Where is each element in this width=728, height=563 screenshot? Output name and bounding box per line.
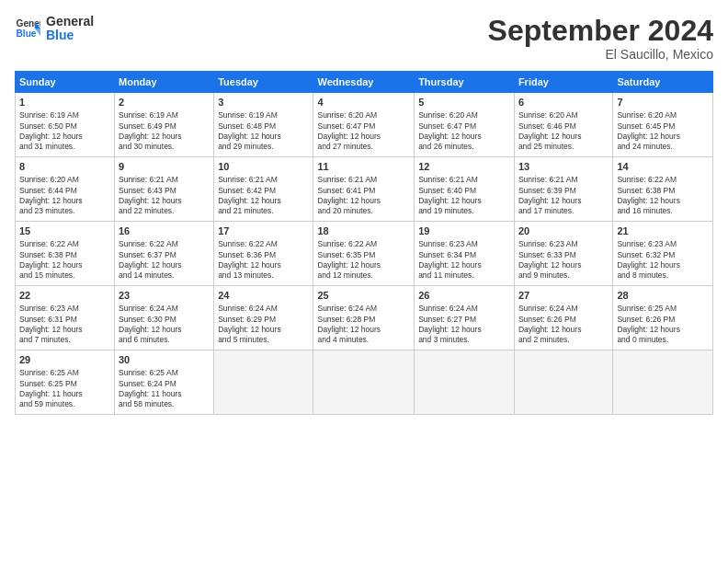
col-friday: Friday xyxy=(514,72,612,93)
day-detail: Sunrise: 6:21 AM Sunset: 6:43 PM Dayligh… xyxy=(119,175,210,217)
calendar-subtitle: El Saucillo, Mexico xyxy=(488,47,713,62)
day-number: 9 xyxy=(119,160,210,174)
calendar-cell: 27Sunrise: 6:24 AM Sunset: 6:26 PM Dayli… xyxy=(514,286,612,350)
day-number: 22 xyxy=(19,289,110,303)
day-detail: Sunrise: 6:25 AM Sunset: 6:24 PM Dayligh… xyxy=(119,368,210,410)
calendar-cell: 2Sunrise: 6:19 AM Sunset: 6:49 PM Daylig… xyxy=(115,93,214,157)
day-number: 26 xyxy=(418,289,510,303)
calendar-cell: 26Sunrise: 6:24 AM Sunset: 6:27 PM Dayli… xyxy=(415,286,515,350)
svg-text:Blue: Blue xyxy=(17,29,37,40)
calendar-cell: 7Sunrise: 6:20 AM Sunset: 6:45 PM Daylig… xyxy=(613,93,713,157)
calendar-cell: 14Sunrise: 6:22 AM Sunset: 6:38 PM Dayli… xyxy=(613,157,713,222)
day-number: 4 xyxy=(317,96,410,109)
calendar-cell: 3Sunrise: 6:19 AM Sunset: 6:48 PM Daylig… xyxy=(214,93,313,157)
calendar-cell xyxy=(313,350,415,415)
day-detail: Sunrise: 6:20 AM Sunset: 6:44 PM Dayligh… xyxy=(19,175,110,217)
day-detail: Sunrise: 6:22 AM Sunset: 6:35 PM Dayligh… xyxy=(317,239,410,282)
day-number: 27 xyxy=(518,289,609,303)
day-detail: Sunrise: 6:25 AM Sunset: 6:25 PM Dayligh… xyxy=(19,368,110,410)
day-number: 15 xyxy=(19,224,110,238)
day-detail: Sunrise: 6:21 AM Sunset: 6:39 PM Dayligh… xyxy=(518,175,609,217)
day-number: 29 xyxy=(19,353,110,367)
calendar-cell: 10Sunrise: 6:21 AM Sunset: 6:42 PM Dayli… xyxy=(214,157,313,222)
day-detail: Sunrise: 6:24 AM Sunset: 6:30 PM Dayligh… xyxy=(119,304,210,346)
day-detail: Sunrise: 6:22 AM Sunset: 6:38 PM Dayligh… xyxy=(19,239,110,282)
col-monday: Monday xyxy=(115,72,214,93)
day-detail: Sunrise: 6:21 AM Sunset: 6:42 PM Dayligh… xyxy=(218,175,309,217)
calendar-cell: 17Sunrise: 6:22 AM Sunset: 6:36 PM Dayli… xyxy=(214,222,313,286)
day-detail: Sunrise: 6:20 AM Sunset: 6:46 PM Dayligh… xyxy=(518,110,609,153)
calendar-cell: 22Sunrise: 6:23 AM Sunset: 6:31 PM Dayli… xyxy=(16,286,115,350)
calendar-cell: 25Sunrise: 6:24 AM Sunset: 6:28 PM Dayli… xyxy=(313,286,415,350)
day-number: 14 xyxy=(617,160,709,174)
day-detail: Sunrise: 6:23 AM Sunset: 6:33 PM Dayligh… xyxy=(518,239,609,282)
calendar-cell: 12Sunrise: 6:21 AM Sunset: 6:40 PM Dayli… xyxy=(415,157,515,222)
calendar-cell: 5Sunrise: 6:20 AM Sunset: 6:47 PM Daylig… xyxy=(415,93,515,157)
day-number: 24 xyxy=(218,289,309,303)
calendar-cell: 15Sunrise: 6:22 AM Sunset: 6:38 PM Dayli… xyxy=(16,222,115,286)
day-detail: Sunrise: 6:21 AM Sunset: 6:41 PM Dayligh… xyxy=(317,175,410,217)
calendar-cell: 4Sunrise: 6:20 AM Sunset: 6:47 PM Daylig… xyxy=(313,93,415,157)
calendar-page: General Blue General Blue September 2024… xyxy=(0,0,728,563)
calendar-cell: 21Sunrise: 6:23 AM Sunset: 6:32 PM Dayli… xyxy=(613,222,713,286)
day-number: 2 xyxy=(119,96,210,109)
day-detail: Sunrise: 6:22 AM Sunset: 6:36 PM Dayligh… xyxy=(218,239,309,282)
logo-icon: General Blue xyxy=(15,16,40,41)
calendar-cell: 13Sunrise: 6:21 AM Sunset: 6:39 PM Dayli… xyxy=(514,157,612,222)
day-detail: Sunrise: 6:24 AM Sunset: 6:27 PM Dayligh… xyxy=(418,304,510,346)
day-number: 18 xyxy=(317,224,410,238)
calendar-cell: 11Sunrise: 6:21 AM Sunset: 6:41 PM Dayli… xyxy=(313,157,415,222)
day-number: 17 xyxy=(218,224,309,238)
calendar-cell: 28Sunrise: 6:25 AM Sunset: 6:26 PM Dayli… xyxy=(613,286,713,350)
calendar-row-2: 8Sunrise: 6:20 AM Sunset: 6:44 PM Daylig… xyxy=(16,157,713,222)
day-detail: Sunrise: 6:19 AM Sunset: 6:49 PM Dayligh… xyxy=(119,110,210,153)
day-detail: Sunrise: 6:21 AM Sunset: 6:40 PM Dayligh… xyxy=(418,175,510,217)
col-sunday: Sunday xyxy=(16,72,115,93)
day-number: 6 xyxy=(518,96,609,109)
logo: General Blue General Blue xyxy=(15,15,94,43)
day-number: 20 xyxy=(518,224,609,238)
day-number: 25 xyxy=(317,289,410,303)
day-detail: Sunrise: 6:20 AM Sunset: 6:47 PM Dayligh… xyxy=(418,110,510,153)
calendar-cell: 18Sunrise: 6:22 AM Sunset: 6:35 PM Dayli… xyxy=(313,222,415,286)
calendar-table: Sunday Monday Tuesday Wednesday Thursday… xyxy=(15,71,713,415)
day-detail: Sunrise: 6:25 AM Sunset: 6:26 PM Dayligh… xyxy=(617,304,709,346)
day-number: 13 xyxy=(518,160,609,174)
calendar-row-5: 29Sunrise: 6:25 AM Sunset: 6:25 PM Dayli… xyxy=(16,350,713,415)
col-thursday: Thursday xyxy=(415,72,515,93)
day-detail: Sunrise: 6:23 AM Sunset: 6:31 PM Dayligh… xyxy=(19,304,110,346)
day-detail: Sunrise: 6:24 AM Sunset: 6:29 PM Dayligh… xyxy=(218,304,309,346)
calendar-row-3: 15Sunrise: 6:22 AM Sunset: 6:38 PM Dayli… xyxy=(16,222,713,286)
logo-line2: Blue xyxy=(46,29,94,42)
calendar-row-4: 22Sunrise: 6:23 AM Sunset: 6:31 PM Dayli… xyxy=(16,286,713,350)
calendar-cell: 8Sunrise: 6:20 AM Sunset: 6:44 PM Daylig… xyxy=(16,157,115,222)
day-detail: Sunrise: 6:20 AM Sunset: 6:45 PM Dayligh… xyxy=(617,110,709,153)
day-number: 8 xyxy=(19,160,110,174)
calendar-cell: 1Sunrise: 6:19 AM Sunset: 6:50 PM Daylig… xyxy=(16,93,115,157)
day-number: 10 xyxy=(218,160,309,174)
day-number: 23 xyxy=(119,289,210,303)
col-saturday: Saturday xyxy=(613,72,713,93)
day-detail: Sunrise: 6:24 AM Sunset: 6:26 PM Dayligh… xyxy=(518,304,609,346)
logo-line1: General xyxy=(46,15,94,29)
header-row: Sunday Monday Tuesday Wednesday Thursday… xyxy=(16,72,713,93)
day-detail: Sunrise: 6:24 AM Sunset: 6:28 PM Dayligh… xyxy=(317,304,410,346)
col-tuesday: Tuesday xyxy=(214,72,313,93)
col-wednesday: Wednesday xyxy=(313,72,415,93)
day-number: 30 xyxy=(119,353,210,367)
title-block: September 2024 El Saucillo, Mexico xyxy=(488,15,713,62)
day-number: 12 xyxy=(418,160,510,174)
day-number: 7 xyxy=(617,96,709,109)
day-detail: Sunrise: 6:22 AM Sunset: 6:37 PM Dayligh… xyxy=(119,239,210,282)
day-number: 5 xyxy=(418,96,510,109)
day-number: 19 xyxy=(418,224,510,238)
day-number: 1 xyxy=(19,96,110,109)
day-number: 11 xyxy=(317,160,410,174)
calendar-title: September 2024 xyxy=(488,15,713,47)
day-detail: Sunrise: 6:23 AM Sunset: 6:32 PM Dayligh… xyxy=(617,239,709,282)
calendar-cell xyxy=(214,350,313,415)
day-number: 28 xyxy=(617,289,709,303)
day-detail: Sunrise: 6:20 AM Sunset: 6:47 PM Dayligh… xyxy=(317,110,410,153)
day-detail: Sunrise: 6:23 AM Sunset: 6:34 PM Dayligh… xyxy=(418,239,510,282)
calendar-cell xyxy=(613,350,713,415)
